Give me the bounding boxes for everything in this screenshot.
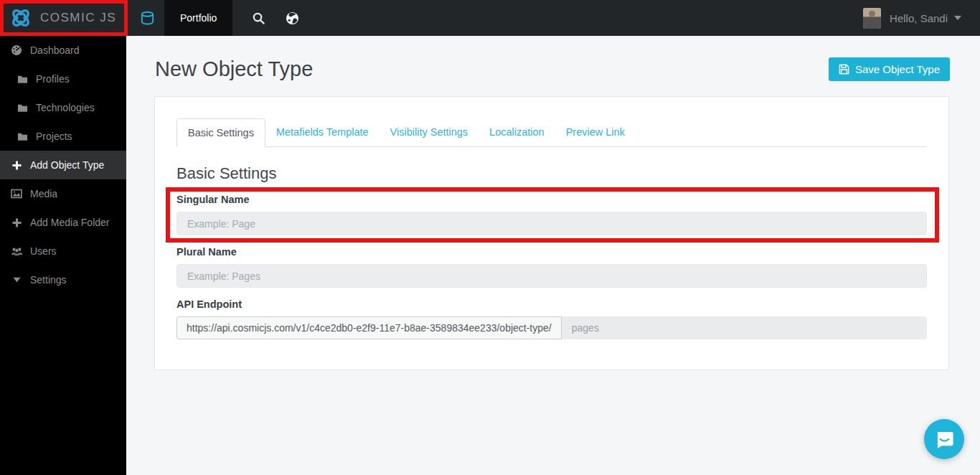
sidebar-item-label: Media — [30, 188, 57, 199]
dashboard-icon — [10, 44, 23, 56]
plural-name-label: Plural Name — [176, 246, 927, 258]
sidebar: Dashboard Profiles Technologies Projects… — [0, 36, 126, 475]
top-navbar: COSMIC JS Portfolio — [0, 0, 980, 36]
user-menu[interactable]: Hello, Sandi — [863, 8, 961, 29]
page-title: New Object Type — [155, 57, 313, 81]
image-icon — [10, 188, 23, 199]
sidebar-item-dashboard[interactable]: Dashboard — [0, 36, 126, 65]
tabs-bar: Basic Settings Metafields Template Visib… — [176, 118, 927, 147]
singular-name-field: Singular Name — [176, 194, 927, 235]
tab-localization[interactable]: Localization — [479, 118, 555, 147]
folder-icon — [16, 103, 29, 113]
sidebar-item-label: Add Media Folder — [30, 217, 110, 228]
sidebar-item-label: Add Object Type — [30, 159, 104, 171]
folder-icon — [16, 131, 29, 142]
api-endpoint-row: https://api.cosmicjs.com/v1/c4ce2db0-e2f… — [176, 316, 927, 339]
api-endpoint-field: API Endpoint https://api.cosmicjs.com/v1… — [176, 298, 927, 339]
sidebar-item-projects[interactable]: Projects — [0, 122, 126, 151]
caret-down-icon — [10, 277, 23, 283]
globe-icon[interactable] — [284, 10, 300, 26]
sidebar-item-label: Profiles — [36, 73, 70, 85]
brand[interactable]: COSMIC JS — [0, 0, 126, 36]
caret-down-icon — [954, 16, 961, 20]
sidebar-item-label: Dashboard — [30, 44, 80, 56]
main-content: New Object Type Save Object Type Basic S… — [126, 36, 980, 475]
brand-name: COSMIC JS — [40, 11, 116, 25]
bucket-icon[interactable] — [138, 10, 156, 27]
tab-preview-link[interactable]: Preview Link — [555, 118, 636, 147]
avatar — [863, 8, 881, 29]
page-header: New Object Type Save Object Type — [126, 36, 980, 81]
save-object-type-button[interactable]: Save Object Type — [829, 57, 950, 81]
sidebar-item-add-media-folder[interactable]: Add Media Folder — [0, 208, 126, 237]
users-icon — [10, 246, 23, 257]
chat-bubble-icon — [935, 430, 954, 449]
plus-icon — [10, 160, 23, 171]
sidebar-item-media[interactable]: Media — [0, 179, 126, 208]
search-icon[interactable] — [250, 10, 266, 26]
tab-visibility-settings[interactable]: Visibility Settings — [380, 118, 479, 147]
sidebar-item-label: Projects — [36, 131, 72, 142]
sidebar-item-technologies[interactable]: Technologies — [0, 93, 126, 122]
cosmic-logo-icon — [9, 6, 32, 29]
user-greeting: Hello, Sandi — [890, 12, 948, 24]
api-endpoint-label: API Endpoint — [176, 298, 927, 310]
sidebar-item-label: Settings — [30, 274, 67, 286]
plural-name-field: Plural Name — [176, 246, 927, 288]
sidebar-item-profiles[interactable]: Profiles — [0, 65, 126, 93]
save-icon — [839, 64, 849, 75]
tab-basic-settings[interactable]: Basic Settings — [176, 118, 265, 147]
api-endpoint-slug-input[interactable] — [562, 316, 927, 339]
save-button-label: Save Object Type — [855, 63, 940, 75]
bucket-tab-label: Portfolio — [180, 12, 217, 24]
singular-name-label: Singular Name — [176, 194, 927, 205]
sidebar-item-users[interactable]: Users — [0, 237, 126, 265]
tab-metafields-template[interactable]: Metafields Template — [265, 118, 380, 147]
sidebar-item-add-object-type[interactable]: Add Object Type — [0, 151, 126, 179]
chat-launcher-button[interactable] — [924, 419, 964, 459]
object-type-card: Basic Settings Metafields Template Visib… — [154, 96, 949, 370]
singular-name-input[interactable] — [176, 212, 927, 235]
api-endpoint-prefix: https://api.cosmicjs.com/v1/c4ce2db0-e2f… — [176, 316, 562, 339]
sidebar-item-settings[interactable]: Settings — [0, 265, 126, 294]
plus-icon — [10, 217, 23, 228]
plural-name-input[interactable] — [176, 264, 927, 288]
sidebar-item-label: Users — [30, 245, 57, 257]
folder-icon — [16, 74, 29, 85]
bucket-tab-portfolio[interactable]: Portfolio — [164, 0, 232, 36]
section-heading: Basic Settings — [176, 164, 927, 183]
sidebar-item-label: Technologies — [36, 102, 95, 113]
